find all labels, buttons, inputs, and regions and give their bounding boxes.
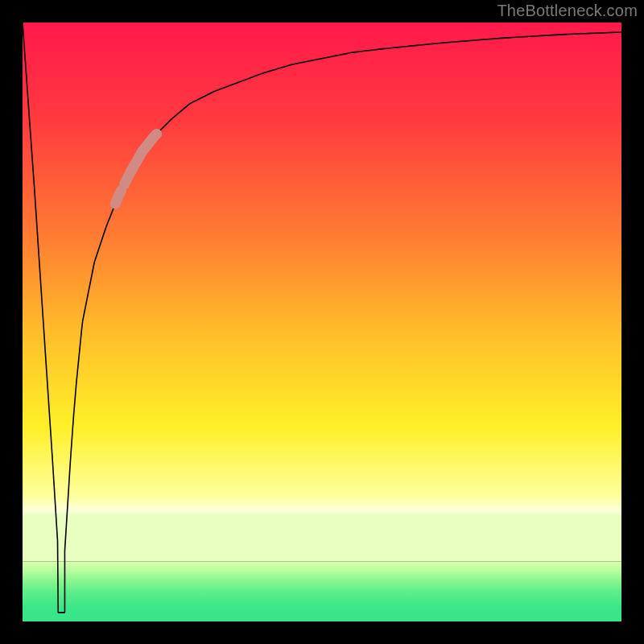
attribution-text: TheBottleneck.com (497, 2, 638, 20)
highlight-segment-0 (115, 191, 121, 204)
chart-svg (23, 23, 621, 621)
chart-container: TheBottleneck.com (0, 0, 644, 644)
svg-rect-1 (23, 562, 621, 621)
plot-area (23, 23, 621, 621)
svg-rect-0 (23, 23, 621, 562)
